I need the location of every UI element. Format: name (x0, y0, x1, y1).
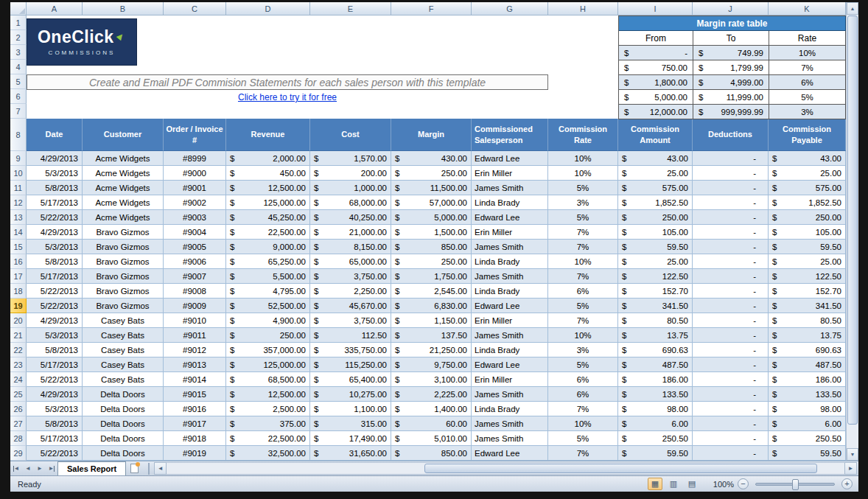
row-header-21[interactable]: 21 (10, 328, 27, 343)
cell-salesperson[interactable]: Erin Miller (472, 225, 548, 240)
cell-margin[interactable]: $137.50 (391, 328, 472, 343)
cell-revenue[interactable]: $125,000.00 (226, 195, 310, 210)
cell-rate[interactable]: 7% (548, 240, 618, 254)
row-header-18[interactable]: 18 (10, 284, 27, 299)
margin-rate-cell[interactable]: 6% (769, 75, 846, 90)
cell-order[interactable]: #9004 (164, 225, 226, 240)
cell-order[interactable]: #9010 (164, 313, 226, 328)
cell-date[interactable]: 4/29/2013 (27, 313, 83, 328)
margin-rate-cell[interactable]: 10% (769, 46, 846, 60)
cell-customer[interactable]: Casey Bats (83, 357, 164, 372)
table-header-10[interactable]: Commission Payable (769, 119, 846, 151)
cell-date[interactable]: 5/8/2013 (27, 343, 83, 357)
row-header-4[interactable]: 4 (10, 60, 27, 74)
vertical-scrollbar[interactable]: ▲ ▼ (846, 2, 858, 461)
cell-cost[interactable]: $68,000.00 (310, 195, 391, 210)
cell-rate[interactable]: 5% (548, 210, 618, 225)
cell-customer[interactable]: Acme Widgets (83, 151, 164, 166)
column-header-H[interactable]: H (548, 2, 618, 15)
cell-commission-payable[interactable]: $487.50 (769, 357, 846, 372)
cell-customer[interactable]: Delta Doors (83, 446, 164, 461)
cell-date[interactable]: 5/3/2013 (27, 240, 83, 254)
cell-deductions[interactable]: - (693, 402, 769, 416)
cell-salesperson[interactable]: Linda Brady (472, 343, 548, 357)
scroll-right-icon[interactable]: ► (844, 462, 857, 475)
cell-date[interactable]: 5/22/2013 (27, 299, 83, 313)
cell-cost[interactable]: $2,250.00 (310, 284, 391, 299)
column-header-C[interactable]: C (164, 2, 226, 15)
horizontal-scroll-track[interactable] (167, 462, 844, 475)
cell-order[interactable]: #9008 (164, 284, 226, 299)
cell-commission-payable[interactable]: $43.00 (769, 151, 846, 166)
cell-margin[interactable]: $850.00 (391, 446, 472, 461)
next-sheet-button[interactable]: ► (34, 462, 46, 475)
row-header-17[interactable]: 17 (10, 269, 27, 284)
cell-commission-amount[interactable]: $43.00 (618, 151, 693, 166)
cell-date[interactable]: 5/8/2013 (27, 181, 83, 195)
cell-deductions[interactable]: - (693, 372, 769, 387)
cell-commission-payable[interactable]: $186.00 (769, 372, 846, 387)
cell-customer[interactable]: Delta Doors (83, 387, 164, 402)
tab-scroll-splitter[interactable] (148, 463, 152, 475)
cell-customer[interactable]: Casey Bats (83, 343, 164, 357)
cell-rate[interactable]: 7% (548, 225, 618, 240)
column-header-I[interactable]: I (618, 2, 693, 15)
cell-margin[interactable]: $1,150.00 (391, 313, 472, 328)
cell-commission-payable[interactable]: $575.00 (769, 181, 846, 195)
cell-deductions[interactable]: - (693, 195, 769, 210)
cell-commission-payable[interactable]: $6.00 (769, 416, 846, 431)
cell-customer[interactable]: Delta Doors (83, 402, 164, 416)
cell-salesperson[interactable]: James Smith (472, 328, 548, 343)
cell-deductions[interactable]: - (693, 254, 769, 269)
cell-revenue[interactable]: $65,250.00 (226, 254, 310, 269)
row-header-13[interactable]: 13 (10, 210, 27, 225)
prev-sheet-button[interactable]: ◄ (22, 462, 34, 475)
cell-date[interactable]: 5/17/2013 (27, 357, 83, 372)
cell-revenue[interactable]: $32,500.00 (226, 446, 310, 461)
cell-margin[interactable]: $2,545.00 (391, 284, 472, 299)
cell-commission-amount[interactable]: $152.70 (618, 284, 693, 299)
cell-order[interactable]: #9019 (164, 446, 226, 461)
cell-commission-payable[interactable]: $250.50 (769, 431, 846, 446)
table-header-0[interactable]: Date (27, 119, 83, 151)
cell-deductions[interactable]: - (693, 387, 769, 402)
row-header-15[interactable]: 15 (10, 240, 27, 254)
row-header-2[interactable]: 2 (10, 30, 27, 45)
cell-margin[interactable]: $850.00 (391, 240, 472, 254)
cell-order[interactable]: #9012 (164, 343, 226, 357)
cell-commission-payable[interactable]: $122.50 (769, 269, 846, 284)
cell-customer[interactable]: Casey Bats (83, 313, 164, 328)
view-normal-icon[interactable]: ▦ (648, 478, 662, 490)
cell-salesperson[interactable]: Erin Miller (472, 166, 548, 181)
cell-salesperson[interactable]: Linda Brady (472, 195, 548, 210)
cell-customer[interactable]: Acme Widgets (83, 210, 164, 225)
cell-revenue[interactable]: $2,500.00 (226, 402, 310, 416)
cell-revenue[interactable]: $68,500.00 (226, 372, 310, 387)
last-sheet-button[interactable]: ► (46, 462, 57, 475)
cell-salesperson[interactable]: Edward Lee (472, 210, 548, 225)
cell-revenue[interactable]: $4,900.00 (226, 313, 310, 328)
cell-salesperson[interactable]: James Smith (472, 269, 548, 284)
cell-commission-payable[interactable]: $98.00 (769, 402, 846, 416)
cell-revenue[interactable]: $450.00 (226, 166, 310, 181)
table-header-8[interactable]: Commission Amount (618, 119, 693, 151)
cell-cost[interactable]: $17,490.00 (310, 431, 391, 446)
cell-rate[interactable]: 6% (548, 387, 618, 402)
cell-commission-payable[interactable]: $250.00 (769, 210, 846, 225)
cell-rate[interactable]: 5% (548, 299, 618, 313)
cell-commission-amount[interactable]: $487.50 (618, 357, 693, 372)
row-header-1[interactable]: 1 (10, 15, 27, 30)
cell-commission-amount[interactable]: $122.50 (618, 269, 693, 284)
cell-margin[interactable]: $21,250.00 (391, 343, 472, 357)
row-header-24[interactable]: 24 (10, 372, 27, 387)
cell-cost[interactable]: $200.00 (310, 166, 391, 181)
cell-deductions[interactable]: - (693, 240, 769, 254)
cell-commission-amount[interactable]: $80.50 (618, 313, 693, 328)
cell-margin[interactable]: $5,010.00 (391, 431, 472, 446)
column-header-K[interactable]: K (769, 2, 846, 15)
cell-deductions[interactable]: - (693, 151, 769, 166)
margin-from-cell[interactable]: $- (619, 46, 693, 60)
cell-date[interactable]: 5/22/2013 (27, 210, 83, 225)
cell-commission-payable[interactable]: $105.00 (769, 225, 846, 240)
column-header-J[interactable]: J (693, 2, 769, 15)
